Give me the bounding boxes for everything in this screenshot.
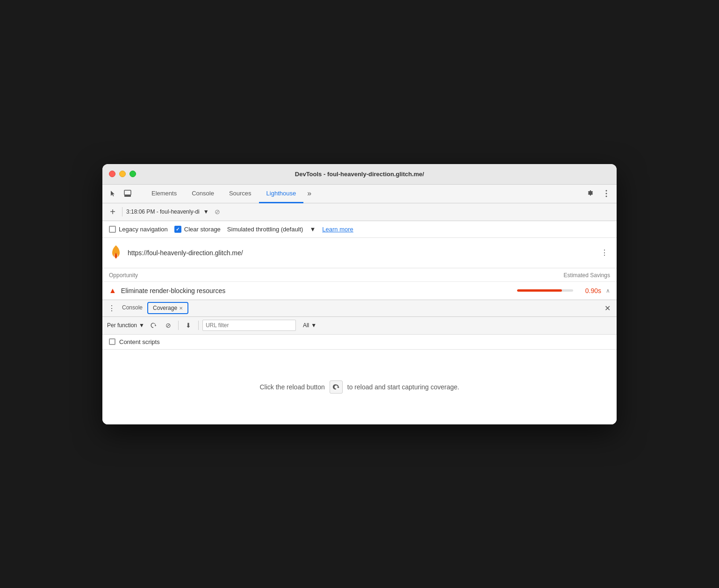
window-title: DevTools - foul-heavenly-direction.glitc… — [295, 171, 424, 178]
legacy-navigation-checkbox[interactable] — [109, 226, 116, 233]
warning-icon: ▲ — [109, 287, 116, 295]
coverage-options: Content scripts — [102, 335, 617, 350]
block-icon: ⊘ — [215, 208, 220, 215]
content-scripts-checkbox[interactable] — [109, 338, 115, 345]
more-options-icon[interactable] — [600, 187, 613, 200]
coverage-empty-state: Click the reload button to reload and st… — [102, 350, 617, 424]
clear-storage-group: Clear storage — [174, 226, 221, 233]
coverage-reload-button[interactable] — [147, 319, 159, 331]
opportunity-label: Opportunity — [109, 272, 138, 279]
bottom-panel: ⋮ Console Coverage ✕ ✕ Per function ▼ — [102, 300, 617, 424]
devtools-window: DevTools - foul-heavenly-direction.glitc… — [102, 164, 617, 424]
svg-point-2 — [606, 190, 607, 192]
url-bar: + 3:18:06 PM - foul-heavenly-di ▼ ⊘ — [102, 203, 617, 221]
bottom-tab-bar: ⋮ Console Coverage ✕ ✕ — [102, 300, 617, 317]
audit-time: 0.90s — [578, 287, 601, 294]
audit-label: Eliminate render-blocking resources — [121, 287, 512, 294]
all-chevron-icon: ▼ — [311, 322, 316, 329]
url-filter-input[interactable] — [202, 320, 296, 331]
learn-more-link[interactable]: Learn more — [322, 226, 353, 233]
audit-bar — [517, 289, 573, 292]
coverage-download-button[interactable]: ⬇ — [182, 319, 194, 331]
tab-bar-right-icons — [584, 185, 613, 203]
audit-bar-fill — [517, 289, 562, 292]
cursor-icon[interactable] — [106, 187, 119, 200]
per-function-chevron-icon: ▼ — [139, 322, 144, 329]
maximize-button[interactable] — [129, 171, 136, 177]
minimize-button[interactable] — [119, 171, 126, 177]
tab-elements[interactable]: Elements — [144, 185, 184, 203]
tab-sources[interactable]: Sources — [222, 185, 259, 203]
cov-separator-2 — [198, 321, 199, 330]
tab-coverage[interactable]: Coverage ✕ — [147, 302, 188, 314]
coverage-toolbar: Per function ▼ ⊘ ⬇ All ▼ — [102, 317, 617, 335]
all-dropdown[interactable]: All ▼ — [299, 321, 321, 330]
lighthouse-url-panel: https://foul-heavenly-direction.glitch.m… — [102, 238, 617, 268]
coverage-tab-close[interactable]: ✕ — [179, 306, 183, 311]
options-bar: Legacy navigation Clear storage Simulate… — [102, 221, 617, 238]
lighthouse-url-text: https://foul-heavenly-direction.glitch.m… — [128, 249, 594, 257]
audit-chevron-icon[interactable]: ∧ — [606, 287, 610, 294]
lighthouse-more-button[interactable]: ⋮ — [599, 247, 610, 258]
lighthouse-icon — [109, 244, 123, 261]
settings-icon[interactable] — [584, 187, 597, 200]
coverage-empty-text-before: Click the reload button — [259, 383, 324, 391]
legacy-navigation-label: Legacy navigation — [119, 226, 168, 233]
lighthouse-url-row: https://foul-heavenly-direction.glitch.m… — [109, 244, 610, 261]
audit-item: ▲ Eliminate render-blocking resources 0.… — [102, 281, 617, 300]
per-function-dropdown[interactable]: Per function ▼ — [107, 322, 144, 329]
url-separator — [122, 207, 122, 216]
tab-bar-left-icons — [106, 185, 140, 203]
tab-more-button[interactable]: » — [303, 185, 315, 203]
legacy-navigation-group: Legacy navigation — [109, 226, 168, 233]
svg-point-3 — [606, 193, 607, 194]
add-button[interactable]: + — [107, 206, 118, 217]
tab-console-bottom[interactable]: Console — [117, 300, 147, 316]
coverage-empty-text-after: to reload and start capturing coverage. — [347, 383, 460, 391]
url-timestamp: 3:18:06 PM - foul-heavenly-di — [126, 208, 200, 215]
svg-point-4 — [606, 196, 607, 197]
coverage-block-button[interactable]: ⊘ — [162, 319, 174, 331]
tab-lighthouse[interactable]: Lighthouse — [259, 185, 304, 203]
svg-rect-0 — [124, 190, 131, 195]
throttling-dropdown[interactable]: ▼ — [309, 226, 316, 233]
title-bar: DevTools - foul-heavenly-direction.glitc… — [102, 164, 617, 185]
bottom-more-button[interactable]: ⋮ — [106, 302, 117, 314]
close-button[interactable] — [109, 171, 115, 177]
throttling-label: Simulated throttling (default) — [227, 226, 303, 233]
url-dropdown-arrow[interactable]: ▼ — [203, 208, 209, 215]
devtools-tab-bar: Elements Console Sources Lighthouse » — [102, 185, 617, 203]
audit-header: Opportunity Estimated Savings — [102, 268, 617, 281]
bottom-panel-close[interactable]: ✕ — [602, 302, 613, 314]
dock-icon[interactable] — [121, 187, 134, 200]
estimated-savings-label: Estimated Savings — [564, 272, 610, 279]
traffic-lights — [109, 171, 136, 177]
content-scripts-label: Content scripts — [119, 338, 160, 345]
tab-console[interactable]: Console — [184, 185, 222, 203]
clear-storage-checkbox[interactable] — [174, 226, 181, 233]
clear-storage-label: Clear storage — [184, 226, 221, 233]
cov-separator-1 — [178, 321, 179, 330]
svg-rect-1 — [124, 195, 131, 197]
inline-reload-button[interactable] — [330, 380, 343, 394]
